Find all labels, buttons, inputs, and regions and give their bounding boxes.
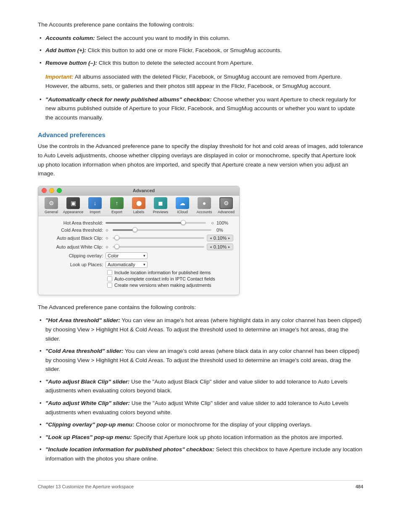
- checkbox-autocomplete-label: Auto-complete contact info in IPTC Conta…: [114, 276, 215, 281]
- auto-check-label: "Automatically check for newly published…: [45, 96, 211, 103]
- general-label: General: [45, 210, 58, 214]
- advanced-label: Advanced: [218, 210, 235, 214]
- advanced-intro-para: Use the controls in the Advanced prefere…: [38, 142, 363, 178]
- clipping-overlay-label: "Clipping overlay" pop-up menu:: [45, 421, 135, 428]
- cold-area-row: Cold Area threshold: ○ 0%: [44, 228, 233, 233]
- hot-area-label: Hot Area threshold:: [44, 220, 103, 225]
- white-clip-thumb: [114, 244, 119, 249]
- cold-area-slider-thumb: [132, 227, 137, 232]
- previews-icon: ◼: [154, 197, 167, 209]
- cold-area-label: Cold Area threshold:: [44, 228, 103, 233]
- cold-area-value: 0%: [216, 228, 233, 233]
- adv-bullet-3: "Auto adjust Black Clip" slider: Use the…: [38, 377, 363, 395]
- toolbar-icloud[interactable]: ☁ iCloud: [172, 197, 193, 214]
- close-btn[interactable]: [42, 188, 47, 193]
- toolbar-previews[interactable]: ◼ Previews: [150, 197, 171, 214]
- prefs-content: Hot Area threshold: ○ 100% Cold Area thr…: [38, 216, 239, 295]
- adv-bullet-7: "Include location information for publis…: [38, 445, 363, 463]
- labels-label: Labels: [133, 210, 145, 214]
- titlebar: Advanced: [38, 186, 239, 196]
- checkbox-new-versions[interactable]: Create new versions when making adjustme…: [107, 283, 233, 288]
- lookup-value: Automatically: [108, 262, 135, 267]
- checkbox-location-box[interactable]: [107, 270, 112, 275]
- clipping-row: Clipping overlay: Color ▾: [44, 252, 233, 259]
- adv-bullet-2: "Cold Area threshold" slider: You can vi…: [38, 347, 363, 374]
- accounts-col-text: Select the account you want to modify in…: [97, 35, 230, 41]
- footer-page-number: 484: [356, 484, 363, 489]
- checkbox-autocomplete-box[interactable]: [107, 276, 112, 281]
- appearance-icon: ▣: [66, 197, 80, 209]
- accounts-bullet-3: Remove button (–): Click this button to …: [38, 58, 363, 68]
- lookup-row: Look up Places: Automatically ▾: [44, 261, 233, 268]
- black-clip-increment[interactable]: ▸: [228, 236, 230, 240]
- clipping-select-arrow: ▾: [143, 254, 145, 258]
- toolbar-accounts[interactable]: ● Accounts: [194, 197, 215, 214]
- lookup-places-text: Specify that Aperture look up photo loca…: [133, 434, 343, 440]
- add-btn-label: Add button (+):: [45, 47, 86, 53]
- advanced-pane-intro: The Advanced preference pane contains th…: [38, 303, 363, 312]
- black-clip-decrement[interactable]: ◂: [210, 236, 212, 240]
- labels-icon: ⬤: [132, 197, 145, 209]
- black-clip-stepper[interactable]: ◂ 0.10% ▸: [207, 235, 233, 241]
- white-clip-stepper-value: 0.10%: [214, 244, 227, 249]
- black-clip-stepper-value: 0.10%: [214, 236, 227, 241]
- toolbar-labels[interactable]: ⬤ Labels: [128, 197, 149, 214]
- import-icon: ↓: [88, 197, 102, 209]
- toolbar-import[interactable]: ↓ Import: [84, 197, 106, 214]
- auto-check-list: "Automatically check for newly published…: [38, 95, 363, 122]
- black-clip-thumb: [114, 235, 119, 240]
- add-btn-text: Click this button to add one or more Fli…: [88, 47, 282, 53]
- black-clip-label: Auto adjust Black Clip:: [44, 236, 103, 241]
- white-clip-decrement[interactable]: ◂: [210, 245, 212, 249]
- advanced-icon: ⚙: [219, 197, 233, 209]
- checkbox-location-label: Include location information for publish…: [114, 270, 211, 275]
- checkbox-new-versions-box[interactable]: [107, 283, 112, 288]
- minimize-btn[interactable]: [49, 188, 54, 193]
- lookup-select[interactable]: Automatically ▾: [106, 261, 148, 268]
- chapter-label: Chapter 13 Customize the Aperture worksp…: [38, 484, 134, 489]
- hot-area-slider[interactable]: [106, 222, 206, 224]
- hot-area-row: Hot Area threshold: ○ 100%: [44, 220, 233, 225]
- checkbox-autocomplete[interactable]: Auto-complete contact info in IPTC Conta…: [107, 276, 233, 281]
- clipping-select[interactable]: Color ▾: [106, 252, 148, 259]
- white-clip-increment[interactable]: ▸: [228, 245, 230, 249]
- adv-bullet-5: "Clipping overlay" pop-up menu: Choose c…: [38, 420, 363, 429]
- appearance-label: Appearance: [63, 210, 84, 214]
- prefs-toolbar: ⚙ General ▣ Appearance ↓ Import ↑: [38, 196, 239, 216]
- general-icon: ⚙: [45, 197, 58, 209]
- toolbar-appearance[interactable]: ▣ Appearance: [63, 197, 84, 214]
- black-clip-slider[interactable]: [113, 237, 204, 239]
- adv-bullet-4: "Auto adjust White Clip" slider: Use the…: [38, 399, 363, 417]
- accounts-icon: ●: [198, 197, 211, 209]
- white-clip-row: Auto adjust White Clip: ○ ◂ 0.10% ▸: [44, 244, 233, 250]
- lookup-places-label: "Look up Places" pop-up menu:: [45, 434, 132, 440]
- accounts-col-label: Accounts column:: [45, 35, 95, 41]
- hot-area-value: 100%: [216, 220, 233, 225]
- maximize-btn[interactable]: [57, 188, 62, 193]
- remove-btn-label: Remove button (–):: [45, 60, 97, 66]
- black-clip-row: Auto adjust Black Clip: ○ ◂ 0.10% ▸: [44, 235, 233, 241]
- clipping-overlay-text: Choose color or monochrome for the displ…: [136, 421, 311, 428]
- white-clip-slider-label: "Auto adjust White Clip" slider:: [45, 400, 130, 406]
- white-clip-slider[interactable]: [113, 246, 204, 248]
- checkbox-location[interactable]: Include location information for publish…: [107, 270, 233, 275]
- footer-chapter-info: Chapter 13 Customize the Aperture worksp…: [38, 484, 134, 489]
- cold-slider-label: "Cold Area threshold" slider:: [45, 348, 124, 354]
- toolbar-advanced[interactable]: ⚙ Advanced: [216, 197, 237, 214]
- advanced-prefs-heading: Advanced preferences: [38, 131, 363, 138]
- accounts-bullet-list: Accounts column: Select the account you …: [38, 34, 363, 68]
- toolbar-export[interactable]: ↑ Export: [106, 197, 127, 214]
- accounts-intro: The Accounts preference pane contains th…: [38, 20, 363, 29]
- window-title: Advanced: [64, 188, 223, 193]
- cold-area-slider[interactable]: [113, 229, 211, 231]
- hot-slider-label: "Hot Area threshold" slider:: [45, 317, 120, 323]
- accounts-bullet-1: Accounts column: Select the account you …: [38, 34, 363, 43]
- chapter-number: Chapter 13: [38, 484, 61, 489]
- remove-btn-text: Click this button to delete the selected…: [99, 60, 253, 66]
- page-footer: Chapter 13 Customize the Aperture worksp…: [38, 480, 363, 489]
- toolbar-general[interactable]: ⚙ General: [41, 197, 62, 214]
- adv-bullet-1: "Hot Area threshold" slider: You can vie…: [38, 316, 363, 343]
- lookup-label: Look up Places:: [44, 262, 103, 267]
- white-clip-stepper[interactable]: ◂ 0.10% ▸: [207, 244, 233, 250]
- important-label: Important:: [45, 74, 74, 80]
